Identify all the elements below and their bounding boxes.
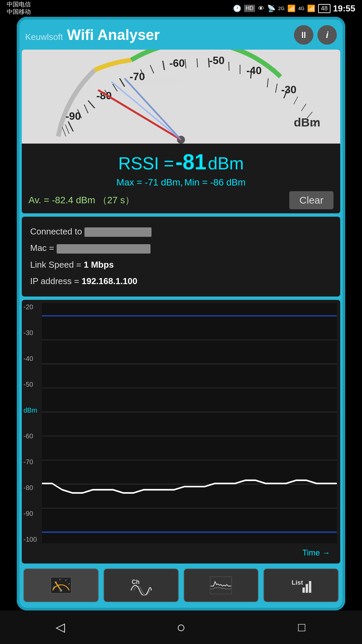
- svg-text:-50: -50: [209, 54, 225, 66]
- status-right: 🕐 HD 👁 📡 2G 📶 4G 📶 48 19:55: [233, 3, 355, 14]
- connected-label: Connected to: [30, 226, 82, 236]
- back-button[interactable]: ◁: [44, 617, 77, 637]
- mac-label: Mac =: [30, 243, 54, 253]
- carrier1: 中国电信: [7, 1, 31, 8]
- rssi-unit: dBm: [208, 154, 244, 173]
- svg-text:List: List: [292, 579, 303, 586]
- rssi-display: RSSI = -81 dBm Max = -71 dBm, Min = -86 …: [22, 144, 340, 213]
- chart-x-label: Time →: [302, 548, 330, 557]
- carrier2: 中国移动: [7, 8, 31, 16]
- ip-value: 192.168.1.100: [81, 276, 137, 286]
- nav-list-button[interactable]: List: [263, 569, 339, 602]
- pause-button[interactable]: ⏸: [294, 25, 313, 45]
- nav-meter-button[interactable]: [23, 569, 99, 602]
- cast-icon: 📡: [267, 4, 276, 12]
- brand-name: Keuwlsoft: [25, 32, 63, 42]
- rssi-min: Min = -86 dBm: [184, 177, 246, 187]
- svg-text:-60: -60: [169, 57, 185, 69]
- system-nav-bar: ◁ ○ □: [0, 610, 362, 644]
- app-title: Wifi Analyser: [67, 26, 160, 43]
- analog-meter: -90 -80 -70 -60 -50 -40 -30 dBm: [22, 50, 340, 144]
- rssi-value: -81: [175, 150, 206, 174]
- hd-badge: HD: [244, 5, 255, 12]
- signal-2g: 2G: [278, 6, 285, 11]
- link-speed-unit: Mbps: [91, 260, 114, 270]
- svg-text:-70: -70: [129, 70, 145, 83]
- rssi-label: RSSI =: [118, 154, 174, 173]
- status-bar: 中国电信 中国移动 🕐 HD 👁 📡 2G 📶 4G 📶 48 19:55: [0, 0, 362, 17]
- svg-text:-30: -30: [281, 84, 297, 96]
- clock-icon: 🕐: [233, 4, 241, 12]
- carrier-info: 中国电信 中国移动: [7, 1, 31, 15]
- svg-rect-62: [303, 588, 305, 593]
- chart-y-labels: -20 -30 -40 -50 dBm -60 -70 -80 -90 -100: [23, 303, 37, 543]
- connected-to-row: Connected to: [30, 223, 332, 240]
- time: 19:55: [333, 3, 356, 14]
- bottom-nav: Ch List: [22, 567, 340, 604]
- link-speed-label: Link Speed =: [30, 260, 81, 270]
- nav-signal-button[interactable]: [184, 569, 259, 602]
- connection-info: Connected to Mac = Link Speed = 1 Mbps I…: [22, 217, 340, 297]
- link-speed-row: Link Speed = 1 Mbps: [30, 257, 332, 273]
- svg-text:Ch: Ch: [132, 579, 139, 585]
- device-wrapper: Keuwlsoft Wifi Analyser ⏸ i: [17, 17, 345, 610]
- svg-text:dBm: dBm: [294, 116, 320, 129]
- svg-text:-90: -90: [66, 110, 81, 122]
- meter-panel: -90 -80 -70 -60 -50 -40 -30 dBm: [22, 50, 340, 213]
- mac-row: Mac =: [30, 240, 332, 256]
- rssi-avg: Av. = -82.4 dBm （27 s）: [28, 194, 134, 207]
- recent-button[interactable]: □: [285, 617, 318, 637]
- svg-point-58: [60, 589, 62, 592]
- rssi-avg-row: Av. = -82.4 dBm （27 s） Clear: [28, 191, 334, 209]
- info-button[interactable]: i: [317, 25, 337, 45]
- chart-area: [42, 303, 337, 543]
- ip-label: IP address =: [30, 276, 79, 286]
- svg-rect-38: [42, 303, 337, 543]
- clear-button[interactable]: Clear: [289, 191, 334, 209]
- mac-blurred: [57, 244, 150, 254]
- app-header: Keuwlsoft Wifi Analyser ⏸ i: [22, 23, 340, 46]
- svg-text:-40: -40: [246, 64, 262, 76]
- svg-rect-60: [210, 577, 232, 594]
- signal-bars-1: 📶: [287, 4, 296, 12]
- info-icon: i: [326, 30, 328, 40]
- svg-line-16: [229, 62, 229, 71]
- chart-panel: -20 -30 -40 -50 dBm -60 -70 -80 -90 -100…: [22, 300, 340, 564]
- signal-bars-2: 📶: [307, 4, 315, 12]
- header-buttons: ⏸ i: [294, 25, 337, 45]
- signal-4g: 4G: [298, 6, 305, 11]
- rssi-max: Max = -71 dBm,: [116, 177, 183, 187]
- svg-rect-64: [309, 581, 311, 593]
- svg-rect-63: [306, 584, 308, 593]
- link-speed-value: 1: [84, 260, 88, 270]
- home-button[interactable]: ○: [164, 617, 198, 637]
- ip-row: IP address = 192.168.1.100: [30, 273, 332, 289]
- eye-icon: 👁: [258, 5, 264, 12]
- ssid-blurred: [84, 227, 152, 237]
- brand-group: Keuwlsoft Wifi Analyser: [25, 26, 160, 43]
- battery: 48: [318, 4, 330, 13]
- nav-channel-button[interactable]: Ch: [104, 569, 179, 602]
